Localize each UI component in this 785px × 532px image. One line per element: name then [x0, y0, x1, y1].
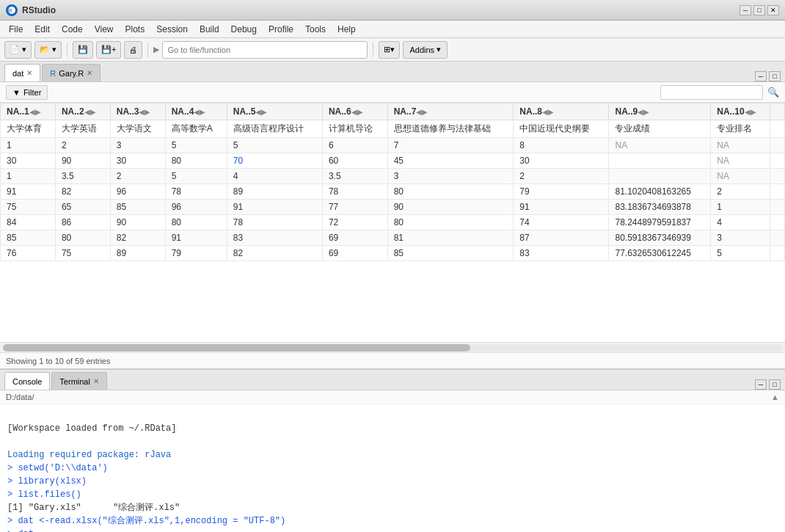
table-cell: 82	[110, 230, 165, 246]
menu-item-session[interactable]: Session	[150, 23, 194, 36]
data-table-wrapper[interactable]: NA..1◀▶ NA..2◀▶ NA..3◀▶ NA..4◀▶ NA..5◀▶ …	[0, 103, 785, 342]
table-cell: 78	[165, 184, 227, 200]
table-cell: 91	[165, 230, 227, 246]
table-row: 848690807872807478.24489795918374	[1, 215, 785, 230]
tab-terminal[interactable]: Terminal ✕	[51, 372, 107, 390]
table-cell-extra	[770, 153, 785, 169]
col-header-extra[interactable]	[770, 103, 785, 120]
tab-terminal-close[interactable]: ✕	[93, 377, 99, 385]
col-header-6[interactable]: NA..7◀▶	[387, 103, 514, 120]
collapse-icon[interactable]: ▲	[771, 393, 779, 401]
console-tab-bar: Console Terminal ✕ ─ □	[0, 370, 785, 390]
console-panel-controls: ─ □	[755, 379, 781, 390]
menu-item-profile[interactable]: Profile	[263, 23, 299, 36]
table-cell: 81.1020408163265	[609, 184, 711, 200]
table-cell: 4	[227, 169, 322, 184]
col-header-0[interactable]: NA..1◀▶	[1, 103, 56, 120]
col-header-1[interactable]: NA..2◀▶	[55, 103, 110, 120]
menu-item-tools[interactable]: Tools	[299, 23, 332, 36]
filter-icon: ▼	[12, 88, 21, 97]
table-cell: 81	[387, 230, 514, 246]
print-button[interactable]: 🖨	[124, 41, 142, 59]
table-cell: 83	[227, 230, 322, 246]
hscroll-track[interactable]	[3, 344, 782, 351]
table-cell: 3.5	[322, 169, 387, 184]
pagination-text: Showing 1 to 10 of 59 entries	[6, 357, 110, 365]
table-cell: 77	[322, 200, 387, 215]
table-cell: 30	[110, 153, 165, 169]
app-icon: R	[6, 4, 18, 16]
console-line-prompt: > dat <-read.xlsx("综合测评.xls",1,encoding …	[7, 516, 285, 526]
console-minimize-button[interactable]: ─	[755, 379, 767, 390]
table-cell-extra	[770, 215, 785, 230]
menu-item-plots[interactable]: Plots	[120, 23, 151, 36]
table-cell-extra	[770, 184, 785, 200]
table-cell-extra	[770, 246, 785, 261]
open-icon: 📂	[40, 45, 50, 54]
table-cell: 74	[514, 215, 609, 230]
table-search-input[interactable]	[660, 85, 763, 100]
panel-minimize-button[interactable]: ─	[755, 71, 767, 81]
table-cell: 79	[165, 246, 227, 261]
tab-dat-close[interactable]: ✕	[26, 69, 32, 77]
table-cell: 30	[514, 153, 609, 169]
console-line-prompt: > setwd('D:\\data')	[7, 463, 108, 473]
table-cell: 79	[514, 184, 609, 200]
data-table: NA..1◀▶ NA..2◀▶ NA..3◀▶ NA..4◀▶ NA..5◀▶ …	[0, 103, 785, 261]
maximize-button[interactable]: □	[753, 5, 765, 15]
tab-dat[interactable]: dat ✕	[4, 64, 40, 81]
menu-bar: FileEditCodeViewPlotsSessionBuildDebugPr…	[0, 21, 785, 38]
filter-button[interactable]: ▼ Filter	[6, 85, 48, 100]
menu-item-view[interactable]: View	[89, 23, 120, 36]
menu-item-build[interactable]: Build	[194, 23, 225, 36]
horizontal-scrollbar[interactable]	[0, 342, 785, 352]
tab-gary-close[interactable]: ✕	[87, 69, 92, 77]
table-cell: 3.5	[55, 169, 110, 184]
table-cell: 85	[387, 246, 514, 261]
menu-item-edit[interactable]: Edit	[29, 23, 56, 36]
menu-item-help[interactable]: Help	[332, 23, 362, 36]
table-cell: 72	[322, 215, 387, 230]
close-button[interactable]: ✕	[767, 5, 779, 15]
table-cell: 82	[227, 246, 322, 261]
addins-chevron-icon: ▾	[437, 45, 441, 54]
table-row: 918296788978807981.10204081632652	[1, 184, 785, 200]
table-cell: 70	[227, 153, 322, 169]
save-all-button[interactable]: 💾+	[96, 41, 121, 59]
col-header-4[interactable]: NA..5◀▶	[227, 103, 322, 120]
toolbar-separator-2	[147, 43, 148, 57]
console-output[interactable]: [Workspace loaded from ~/.RData] Loading…	[0, 404, 785, 532]
save-button[interactable]: 💾	[73, 41, 93, 59]
filter-label: Filter	[23, 88, 41, 97]
table-cell: 91	[227, 200, 322, 215]
col-header-2[interactable]: NA..3◀▶	[110, 103, 165, 120]
open-file-button[interactable]: 📂▾	[34, 41, 62, 59]
menu-item-file[interactable]: File	[3, 23, 29, 36]
addins-button[interactable]: Addins ▾	[403, 41, 448, 59]
col-header-8[interactable]: NA..9◀▶	[609, 103, 711, 120]
goto-search-input[interactable]	[162, 41, 368, 59]
workspace-button[interactable]: ⊞▾	[379, 41, 400, 59]
col-header-7[interactable]: NA..8◀▶	[514, 103, 609, 120]
table-cell-extra	[770, 120, 785, 138]
table-cell: 大学英语	[55, 120, 110, 138]
console-path: D:/data/ ▲	[0, 390, 785, 404]
menu-item-code[interactable]: Code	[56, 23, 89, 36]
col-header-3[interactable]: NA..4◀▶	[165, 103, 227, 120]
tab-console[interactable]: Console	[4, 372, 50, 390]
console-maximize-button[interactable]: □	[769, 379, 781, 390]
hscroll-thumb[interactable]	[3, 344, 470, 351]
tab-gary[interactable]: R Gary.R ✕	[42, 64, 101, 81]
console-line-loading: Loading required package: rJava	[7, 450, 171, 460]
col-header-5[interactable]: NA..6◀▶	[322, 103, 387, 120]
table-cell: NA	[609, 138, 711, 153]
table-cell: 83.1836734693878	[609, 200, 711, 215]
panel-maximize-button[interactable]: □	[769, 71, 781, 81]
col-header-9[interactable]: NA..10◀▶	[711, 103, 770, 120]
minimize-button[interactable]: ─	[740, 5, 751, 15]
new-file-button[interactable]: 📄▾	[4, 41, 32, 59]
table-cell: 80	[387, 184, 514, 200]
table-cell: 45	[387, 153, 514, 169]
menu-item-debug[interactable]: Debug	[225, 23, 263, 36]
table-cell: 专业排名	[711, 120, 770, 138]
